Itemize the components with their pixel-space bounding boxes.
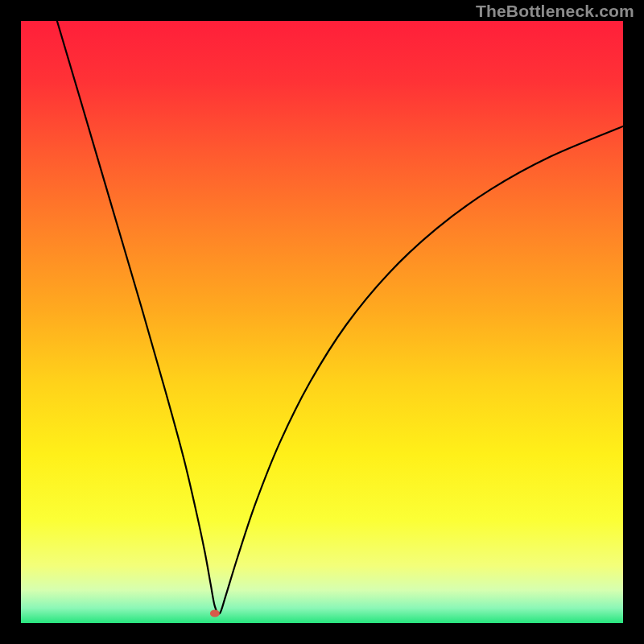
minimum-marker [210,610,220,617]
plot-area [21,21,623,623]
watermark-text: TheBottleneck.com [476,2,634,21]
chart-frame: TheBottleneck.com [0,0,644,644]
gradient-background [21,21,623,623]
chart-svg [21,21,623,623]
